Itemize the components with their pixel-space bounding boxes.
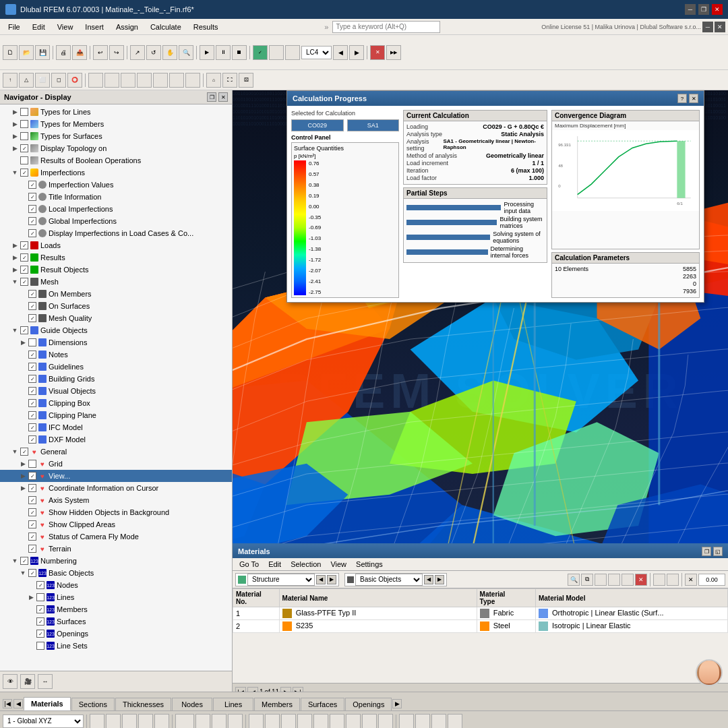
- check-ifc-model[interactable]: [28, 423, 36, 431]
- tree-item-general[interactable]: ▼ ♥ General: [0, 446, 232, 458]
- toolbar2-btn5[interactable]: ⭕: [67, 73, 82, 88]
- table-row[interactable]: 2 S235 Steel: [233, 620, 728, 633]
- tree-item-surfaces[interactable]: ▶ 123 Surfaces: [0, 615, 232, 628]
- bottom-tb-btn7[interactable]: [195, 714, 210, 729]
- materials-float[interactable]: ◱: [713, 547, 723, 556]
- check-display-topology[interactable]: [20, 144, 28, 152]
- toolbar-rotate[interactable]: ↺: [146, 45, 161, 60]
- tree-item-clipping-box[interactable]: ▶ Clipping Box: [0, 397, 232, 409]
- toolbar-btn6[interactable]: ⏸: [216, 45, 231, 60]
- expand-numbering[interactable]: ▼: [11, 557, 19, 565]
- expand-guide-objects[interactable]: ▼: [11, 326, 19, 334]
- expand-result-objects[interactable]: ▶: [11, 266, 19, 274]
- tree-item-grid[interactable]: ▶ ♥ Grid: [0, 458, 232, 470]
- bottom-tb-btn21[interactable]: [431, 714, 446, 729]
- check-types-lines[interactable]: [20, 108, 28, 116]
- check-on-surfaces[interactable]: [28, 302, 36, 310]
- nav-bottom-btn1[interactable]: 👁: [3, 674, 18, 689]
- mat-menu-goto[interactable]: Go To: [235, 559, 263, 569]
- tree-item-clipping-plane[interactable]: ▶ Clipping Plane: [0, 409, 232, 421]
- tabs-prev[interactable]: ◀: [13, 699, 23, 708]
- toolbar2-btn13[interactable]: ⌂: [206, 73, 221, 88]
- check-dimensions[interactable]: [28, 338, 36, 346]
- tree-item-show-clipped[interactable]: ▶ ♥ Show Clipped Areas: [0, 518, 232, 530]
- check-imp-values[interactable]: [28, 181, 36, 189]
- tree-item-imperfection-values[interactable]: ▶ Imperfection Values: [0, 179, 232, 191]
- bottom-tb-btn9[interactable]: [228, 714, 243, 729]
- minimize-button[interactable]: ─: [685, 4, 696, 15]
- tab-sections[interactable]: Sections: [71, 698, 115, 710]
- toolbar2-btn8[interactable]: [121, 73, 135, 88]
- tree-item-title-info[interactable]: ▶ Title Information: [0, 191, 232, 203]
- toolbar-btn7[interactable]: ⏹: [232, 45, 247, 60]
- tab-members[interactable]: Members: [254, 698, 300, 710]
- check-mesh-quality[interactable]: [28, 314, 36, 322]
- menu-view[interactable]: View: [52, 22, 79, 32]
- mat-menu-settings[interactable]: Settings: [352, 559, 387, 569]
- check-visual-objects[interactable]: [28, 387, 36, 395]
- toolbar-combo-basic[interactable]: Basic Objects: [355, 574, 423, 586]
- toolbar2-btn2[interactable]: △: [19, 73, 34, 88]
- expand-coord-info[interactable]: ▶: [19, 484, 27, 492]
- tree-item-results[interactable]: ▶ Results: [0, 251, 232, 264]
- bottom-tb-btn12[interactable]: [281, 714, 296, 729]
- tab-lines[interactable]: Lines: [213, 698, 253, 710]
- tree-item-numbering[interactable]: ▼ 123 Numbering: [0, 555, 232, 567]
- tree-item-on-surfaces[interactable]: ▶ On Surfaces: [0, 300, 232, 312]
- navigator-restore[interactable]: ❐: [207, 92, 216, 102]
- menu-results[interactable]: Results: [188, 22, 224, 32]
- check-guidelines[interactable]: [28, 363, 36, 371]
- tree-item-members[interactable]: ▶ 123 Members: [0, 603, 232, 615]
- check-boolean[interactable]: [20, 156, 28, 164]
- check-show-hidden[interactable]: [28, 508, 36, 516]
- tab-openings[interactable]: Openings: [345, 698, 392, 710]
- mat-tb-btn6[interactable]: ✕: [635, 574, 647, 586]
- toolbar-btn5[interactable]: ▶: [200, 45, 214, 60]
- check-title-info[interactable]: [28, 193, 36, 201]
- tree-item-local-imperfections[interactable]: ▶ Local Imperfections: [0, 203, 232, 215]
- tree-item-camera-fly[interactable]: ▶ ♥ Status of Camera Fly Mode: [0, 530, 232, 543]
- check-view[interactable]: [28, 472, 36, 480]
- expand-view[interactable]: ▶: [19, 472, 27, 480]
- col-material-no[interactable]: MaterialNo.: [233, 589, 280, 607]
- toolbar-save[interactable]: 💾: [35, 45, 50, 60]
- tree-item-mesh[interactable]: ▼ Mesh: [0, 276, 232, 288]
- check-numbering[interactable]: [20, 557, 28, 565]
- col-material-name[interactable]: Material Name: [279, 589, 477, 607]
- bottom-tb-btn19[interactable]: [399, 714, 414, 729]
- check-local-imp[interactable]: [28, 205, 36, 213]
- navigator-close[interactable]: ✕: [218, 92, 228, 102]
- toolbar-undo[interactable]: ↩: [93, 45, 108, 60]
- expand-basic-objects[interactable]: ▼: [19, 569, 27, 577]
- tree-item-boolean-ops[interactable]: ▶ Results of Boolean Operations: [0, 154, 232, 166]
- check-clipping-plane[interactable]: [28, 411, 36, 419]
- bottom-tb-btn4[interactable]: [138, 714, 153, 729]
- navigator-tree[interactable]: ▶ Types for Lines ▶ Types for Members ▶ …: [0, 104, 232, 671]
- check-general[interactable]: [20, 448, 28, 456]
- toolbar-combo-lc[interactable]: LC4: [301, 46, 332, 59]
- check-display-imp[interactable]: [28, 229, 36, 237]
- close-button[interactable]: ✕: [712, 4, 723, 15]
- toolbar2-btn9[interactable]: [137, 73, 152, 88]
- menu-file[interactable]: File: [3, 22, 26, 32]
- toolbar-redo[interactable]: ↪: [109, 45, 124, 60]
- tree-item-display-topology[interactable]: ▶ Display Topology on: [0, 142, 232, 154]
- mat-tb-btn4[interactable]: [608, 574, 620, 586]
- toolbar-calc[interactable]: ✕: [370, 45, 385, 60]
- bottom-tb-btn1[interactable]: [90, 714, 104, 729]
- tree-item-line-sets[interactable]: ▶ 123 Line Sets: [0, 640, 232, 652]
- check-types-members[interactable]: [20, 120, 28, 128]
- mat-tb-btn5[interactable]: [621, 574, 634, 586]
- check-result-objects[interactable]: [20, 266, 28, 274]
- tree-item-mesh-quality[interactable]: ▶ Mesh Quality: [0, 312, 232, 324]
- expand-lines[interactable]: ▶: [27, 593, 35, 601]
- mat-tb-btn9[interactable]: ✕: [685, 574, 697, 586]
- toolbar2-btn7[interactable]: [104, 73, 119, 88]
- bottom-tb-btn5[interactable]: [154, 714, 169, 729]
- expand-types-surfaces[interactable]: ▶: [11, 132, 19, 140]
- menu-insert[interactable]: Insert: [80, 22, 109, 32]
- bottom-tb-btn2[interactable]: [106, 714, 121, 729]
- check-surfaces[interactable]: [36, 617, 44, 626]
- expand-types-lines[interactable]: ▶: [11, 108, 19, 116]
- nav-bottom-btn2[interactable]: 🎥: [20, 674, 35, 689]
